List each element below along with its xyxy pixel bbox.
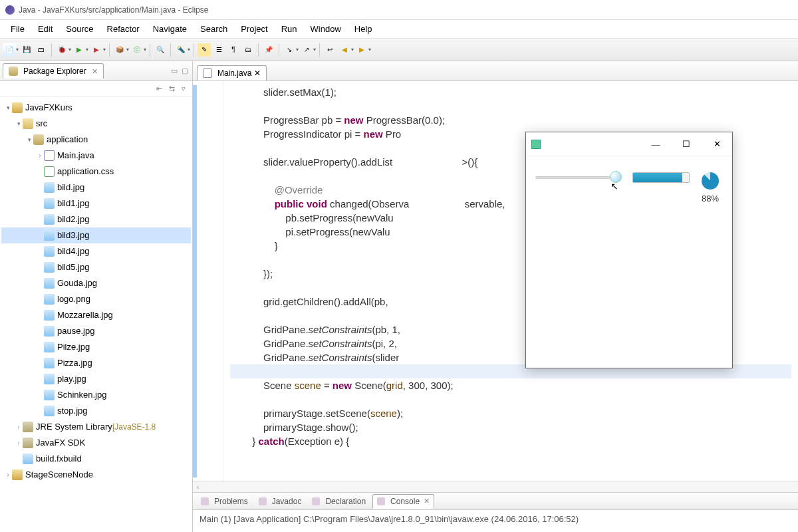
slider[interactable] (535, 172, 620, 183)
tree-item[interactable]: play.jpg (1, 371, 191, 387)
minimize-button[interactable]: — (640, 134, 671, 154)
forward-icon[interactable]: ▶ (355, 43, 368, 57)
line-gutter: 3233343536373839404142434445464748495051… (193, 81, 223, 481)
menu-edit[interactable]: Edit (31, 21, 59, 37)
tree-item[interactable]: ›Main.java (1, 148, 191, 164)
java-file-icon (203, 68, 212, 78)
tree-item[interactable]: application.css (1, 164, 191, 180)
progress-indicator-circle (702, 172, 719, 190)
window-title: Java - JavaFXKurs/src/application/Main.j… (19, 5, 208, 15)
package-icon (9, 66, 18, 76)
toggle-breadcrumb-icon[interactable]: 🗂 (241, 43, 255, 57)
close-button[interactable]: ✕ (702, 134, 732, 154)
run-icon[interactable]: ▶ (72, 43, 86, 57)
toggle-block-icon[interactable]: ☰ (212, 43, 225, 57)
package-explorer-label: Package Explorer (23, 66, 86, 76)
tree-item[interactable]: Gouda.jpg (1, 275, 191, 291)
cursor-icon: ↖ (610, 181, 618, 192)
console-output: Main (1) [Java Application] C:\Program F… (193, 510, 798, 528)
javafx-app-window[interactable]: — ☐ ✕ 88% (525, 132, 733, 368)
menu-project[interactable]: Project (234, 21, 274, 37)
horizontal-scrollbar[interactable]: ‹ (193, 481, 798, 492)
new-icon[interactable]: 📄 (3, 43, 16, 57)
menu-refactor[interactable]: Refactor (100, 21, 146, 37)
progress-bar-fill (633, 173, 682, 182)
save-all-icon[interactable]: 🗃 (35, 43, 48, 57)
collapse-all-icon[interactable]: ⇤ (156, 84, 162, 93)
editor-tab-label: Main.java (217, 68, 251, 78)
toggle-mark-icon[interactable]: ✎ (198, 43, 211, 57)
tab-problems[interactable]: Problems (197, 495, 252, 508)
new-class-icon[interactable]: Ⓒ (130, 43, 144, 57)
minimize-icon[interactable]: ▭ (171, 66, 178, 75)
bottom-panel: ProblemsJavadocDeclarationConsole✕ Main … (193, 492, 798, 532)
view-menu-icon[interactable]: ▿ (182, 84, 186, 93)
tree-item[interactable]: bild3.jpg (1, 227, 191, 243)
open-type-icon[interactable]: 🔍 (154, 43, 167, 57)
slider-track (535, 176, 620, 179)
link-editor-icon[interactable]: ⇆ (169, 84, 175, 93)
progress-indicator: 88% (702, 172, 719, 203)
tree-item[interactable]: ▾application (1, 132, 191, 148)
search-icon[interactable]: 🔦 (174, 43, 188, 57)
menu-help[interactable]: Help (348, 21, 379, 37)
next-annotation-icon[interactable]: ↘ (283, 43, 296, 57)
menu-navigate[interactable]: Navigate (146, 21, 194, 37)
progress-bar (632, 172, 690, 183)
tree-item[interactable]: ›StageSceneNode (1, 467, 191, 483)
tree-item[interactable]: Pizza.jpg (1, 355, 191, 371)
tree-item[interactable]: Pilze.jpg (1, 339, 191, 355)
last-edit-icon[interactable]: ↩ (323, 43, 336, 57)
close-icon[interactable]: ✕ (92, 67, 98, 76)
editor-tab-main[interactable]: Main.java ✕ (197, 65, 267, 80)
tab-declaration[interactable]: Declaration (308, 495, 370, 508)
tree-item[interactable]: logo.png (1, 291, 191, 307)
tree-item[interactable]: ▾src (1, 116, 191, 132)
main-toolbar: 📄▾ 💾 🗃 🐞▾ ▶▾ ▶▾ 📦▾ Ⓒ▾ 🔍 🔦▾ ✎ ☰ ¶ 🗂 📌 ↘▾ … (0, 39, 798, 61)
tree-item[interactable]: bild5.jpg (1, 259, 191, 275)
tree-item[interactable]: build.fxbuild (1, 451, 191, 467)
show-whitespace-icon[interactable]: ¶ (227, 43, 240, 57)
eclipse-icon (5, 5, 15, 15)
tab-console[interactable]: Console✕ (372, 494, 434, 509)
tree-item[interactable]: bild4.jpg (1, 243, 191, 259)
menubar: FileEditSourceRefactorNavigateSearchProj… (0, 20, 798, 39)
tree-item[interactable]: ›JavaFX SDK (1, 435, 191, 451)
project-tree[interactable]: ▾JavaFXKurs▾src▾application›Main.javaapp… (0, 97, 192, 532)
run-last-icon[interactable]: ▶ (90, 43, 103, 57)
tree-item[interactable]: bild.jpg (1, 180, 191, 196)
maximize-button[interactable]: ☐ (671, 134, 702, 154)
close-icon[interactable]: ✕ (254, 68, 261, 78)
menu-source[interactable]: Source (59, 21, 100, 37)
tree-item[interactable]: bild2.jpg (1, 211, 191, 227)
debug-icon[interactable]: 🐞 (55, 43, 68, 57)
tree-item[interactable]: stop.jpg (1, 403, 191, 419)
tree-item[interactable]: pause.jpg (1, 323, 191, 339)
tab-javadoc[interactable]: Javadoc (255, 495, 306, 508)
tree-item[interactable]: ›JRE System Library [JavaSE-1.8 (1, 419, 191, 435)
menu-search[interactable]: Search (194, 21, 234, 37)
tree-item[interactable]: Mozzarella.jpg (1, 307, 191, 323)
maximize-icon[interactable]: ▢ (182, 66, 188, 75)
save-icon[interactable]: 💾 (20, 43, 33, 57)
menu-file[interactable]: File (4, 21, 31, 37)
new-package-icon[interactable]: 📦 (113, 43, 126, 57)
prev-annotation-icon[interactable]: ↗ (300, 43, 313, 57)
tree-item[interactable]: ▾JavaFXKurs (1, 100, 191, 116)
tree-item[interactable]: Schinken.jpg (1, 387, 191, 403)
package-explorer-tab[interactable]: Package Explorer ✕ (3, 63, 104, 78)
tree-item[interactable]: bild1.jpg (1, 196, 191, 211)
javafx-app-icon (531, 140, 541, 149)
progress-indicator-label: 88% (702, 194, 719, 203)
package-explorer-view: Package Explorer ✕ ▭ ▢ ⇤ ⇆ ▿ ▾JavaFXKurs… (0, 61, 193, 532)
menu-run[interactable]: Run (275, 21, 304, 37)
menu-window[interactable]: Window (304, 21, 348, 37)
back-icon[interactable]: ◀ (338, 43, 351, 57)
window-titlebar: Java - JavaFXKurs/src/application/Main.j… (0, 0, 798, 20)
pin-editor-icon[interactable]: 📌 (262, 43, 275, 57)
